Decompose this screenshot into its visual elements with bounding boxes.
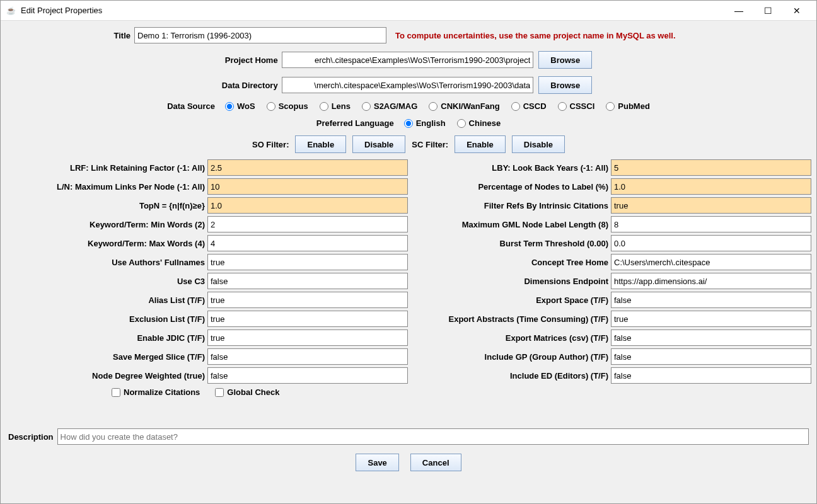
maximize-button[interactable]: ☐ [753,1,782,21]
maxwords-input[interactable] [207,235,408,251]
sc-filter-disable-button[interactable]: Disable [512,135,565,153]
ln-input[interactable] [207,178,408,195]
so-filter-enable-button[interactable]: Enable [295,135,346,153]
description-row: Description [4,428,813,445]
preferred-language-label: Preferred Language [316,118,398,128]
params: LRF: Link Retaining Factor (-1: All) L/N… [4,158,813,385]
intr-label: Filter Refs By Intrinsic Citations [409,201,611,210]
preferred-language-group: English Chinese [404,118,501,128]
project-home-label: Project Home [4,55,282,65]
filter-row: SO Filter: Enable Disable SC Filter: Ena… [4,135,813,153]
radio-s2ag[interactable]: S2AG/MAG [362,101,417,111]
normalize-checkbox[interactable]: Normalize Citations [112,387,200,397]
project-home-row: Project Home Browse [4,51,813,69]
maxwords-label: Keyword/Term: Max Words (4) [6,239,207,248]
topn-input[interactable] [207,197,408,214]
ctree-input[interactable] [611,254,811,270]
sc-filter-enable-button[interactable]: Enable [455,135,506,153]
gml-input[interactable] [611,216,811,232]
alias-label: Alias List (T/F) [6,295,207,305]
lby-label: LBY: Look Back Years (-1: All) [409,163,611,173]
footer-buttons: Save Cancel [4,454,813,471]
pct-input[interactable] [611,178,811,195]
ln-label: L/N: Maximum Links Per Node (-1: All) [6,182,207,192]
data-source-row: Data Source WoS Scopus Lens S2AG/MAG CNK… [4,101,813,111]
title-row: Title To compute uncertainties, use the … [4,27,813,43]
espace-label: Export Space (T/F) [409,295,611,305]
cancel-button[interactable]: Cancel [410,454,461,471]
description-label: Description [8,432,57,442]
minwords-label: Keyword/Term: Min Words (2) [6,220,207,229]
minimize-button[interactable]: — [724,1,753,21]
radio-english[interactable]: English [404,118,446,128]
emat-label: Export Matrices (csv) (T/F) [409,333,611,343]
lrf-input[interactable] [207,159,408,176]
title-input[interactable] [134,27,386,43]
data-source-group: WoS Scopus Lens S2AG/MAG CNKI/WanFang CS… [225,101,650,111]
igp-label: Include GP (Group Author) (T/F) [409,352,611,362]
gml-label: Maximum GML Node Label Length (8) [409,220,611,229]
degw-label: Node Degree Weighted (true) [6,371,207,381]
dims-input[interactable] [611,273,811,289]
checks-row: Normalize Citations Global Check [112,387,813,397]
data-directory-row: Data Directory Browse [4,76,813,94]
preferred-language-row: Preferred Language English Chinese [4,118,813,128]
jdic-input[interactable] [207,329,408,346]
data-directory-input[interactable] [282,77,534,93]
alias-input[interactable] [207,292,408,308]
radio-cscd[interactable]: CSCD [511,101,547,111]
topn-label: TopN = {n|f(n)≥e} [6,201,207,210]
exclusion-input[interactable] [207,311,408,327]
exclusion-label: Exclusion List (T/F) [6,314,207,324]
lby-input[interactable] [611,159,811,176]
merged-label: Save Merged Slice (T/F) [6,352,207,362]
eabs-input[interactable] [611,311,811,327]
data-source-label: Data Source [167,101,219,111]
espace-input[interactable] [611,292,811,308]
emat-input[interactable] [611,329,811,346]
ied-input[interactable] [611,367,811,384]
eabs-label: Export Abstracts (Time Consuming) (T/F) [409,314,611,324]
pct-label: Percentage of Nodes to Label (%) [409,182,611,192]
minwords-input[interactable] [207,216,408,232]
global-check-checkbox[interactable]: Global Check [215,387,279,397]
params-left: LRF: Link Retaining Factor (-1: All) L/N… [6,158,408,385]
dims-label: Dimensions Endpoint [409,277,611,286]
so-filter-label: SO Filter: [252,140,289,149]
titlebar: ☕ Edit Project Properties — ☐ ✕ [1,1,816,21]
close-button[interactable]: ✕ [782,1,811,21]
radio-wos[interactable]: WoS [225,101,255,111]
radio-pubmed[interactable]: PubMed [606,101,650,111]
description-input[interactable] [57,428,809,445]
radio-scopus[interactable]: Scopus [267,101,308,111]
burst-label: Burst Term Threshold (0.00) [409,239,611,248]
content: Title To compute uncertainties, use the … [1,21,816,475]
ctree-label: Concept Tree Home [409,258,611,267]
java-icon: ☕ [6,6,16,16]
radio-cssci[interactable]: CSSCI [558,101,595,111]
project-home-browse-button[interactable]: Browse [538,51,592,69]
burst-input[interactable] [611,235,811,251]
window-title: Edit Project Properties [21,6,724,15]
title-label: Title [4,31,134,40]
jdic-label: Enable JDIC (T/F) [6,333,207,343]
window-controls: — ☐ ✕ [724,1,811,21]
so-filter-disable-button[interactable]: Disable [352,135,405,153]
intr-input[interactable] [611,197,811,214]
merged-input[interactable] [207,348,408,365]
radio-lens[interactable]: Lens [320,101,351,111]
window: ☕ Edit Project Properties — ☐ ✕ Title To… [0,0,817,504]
usec3-input[interactable] [207,273,408,289]
degw-input[interactable] [207,367,408,384]
radio-cnki[interactable]: CNKI/WanFang [429,101,499,111]
save-button[interactable]: Save [356,454,398,471]
usec3-label: Use C3 [6,277,207,286]
igp-input[interactable] [611,348,811,365]
params-right: LBY: Look Back Years (-1: All) Percentag… [409,158,811,385]
radio-chinese[interactable]: Chinese [457,118,501,128]
fullnames-input[interactable] [207,254,408,270]
lrf-label: LRF: Link Retaining Factor (-1: All) [6,163,207,173]
data-directory-browse-button[interactable]: Browse [538,76,592,94]
sc-filter-label: SC Filter: [412,140,448,149]
project-home-input[interactable] [282,52,534,68]
